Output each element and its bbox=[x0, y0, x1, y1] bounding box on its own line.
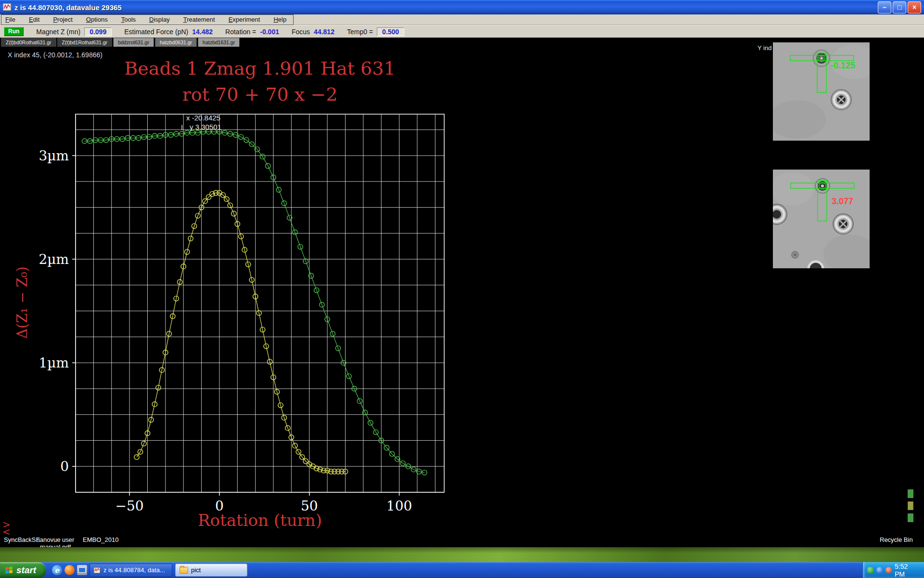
slider-block-top[interactable] bbox=[908, 489, 913, 498]
tray-shield-icon[interactable] bbox=[867, 567, 873, 573]
folder-icon bbox=[180, 567, 188, 574]
svg-text:y 3.30501: y 3.30501 bbox=[190, 123, 221, 131]
toolbar: Run Magnet Z (mn) 0.099 Estimated Force … bbox=[0, 25, 924, 38]
quicklaunch-show-desktop-icon[interactable] bbox=[77, 565, 87, 575]
maximize-button[interactable]: □ bbox=[893, 1, 906, 13]
desktop-screen: z is 44.807030, datavalue 29365 – □ × Fi… bbox=[0, 0, 924, 578]
bead1-z-value: 3.077 bbox=[832, 197, 853, 207]
rotation-value: -0.001 bbox=[260, 28, 279, 36]
rotation-field: Rotation = -0.001 bbox=[225, 28, 279, 36]
mini-scrollbar[interactable] bbox=[908, 489, 913, 531]
desktop-icon-recycle-bin[interactable]: Recycle Bin bbox=[880, 536, 913, 543]
menu-options[interactable]: Options bbox=[86, 16, 108, 23]
tab-bddzrot[interactable]: bddzrot631.gr bbox=[113, 38, 154, 47]
svg-text:1µm: 1µm bbox=[38, 355, 69, 371]
tab-ztbd0rothat[interactable]: Z(t)bd0Rothat631.gr bbox=[1, 38, 56, 47]
focus-value: 44.812 bbox=[314, 28, 334, 36]
tab-ztbd1rothat[interactable]: Z(t)bd1Rothat631.gr bbox=[57, 38, 113, 47]
bead-image-1[interactable]: 3.077 bbox=[773, 170, 870, 268]
svg-text:x -20.8425: x -20.8425 bbox=[186, 114, 220, 122]
slider-block-mid[interactable] bbox=[908, 501, 913, 510]
menu-bar: File Edit Project Options Tools Display … bbox=[0, 14, 924, 25]
taskbar-button-label: z is 44.808784, data... bbox=[103, 566, 165, 574]
run-button[interactable]: Run bbox=[4, 27, 24, 36]
start-label: start bbox=[16, 565, 36, 576]
tray-network-icon[interactable] bbox=[876, 567, 883, 573]
console-prompt[interactable]: > < bbox=[2, 521, 11, 536]
y-index-label: Y ind bbox=[757, 44, 771, 52]
menu-help[interactable]: Help bbox=[273, 16, 286, 23]
windows-flag-icon bbox=[5, 566, 13, 574]
menu-project[interactable]: Project bbox=[53, 16, 72, 23]
tray-status-icon[interactable] bbox=[886, 567, 892, 573]
temp0-value[interactable]: 0.500 bbox=[377, 27, 404, 36]
svg-text:0: 0 bbox=[60, 459, 69, 474]
temp0-label: Temp0 = bbox=[347, 28, 373, 36]
diffraction-bead bbox=[833, 214, 853, 234]
quicklaunch-firefox-icon[interactable] bbox=[64, 565, 75, 575]
app-icon bbox=[3, 3, 12, 12]
x-axis-label: Rotation (turn) bbox=[76, 511, 444, 530]
bead-image-0[interactable]: -0.125 bbox=[773, 42, 870, 141]
prompt-line-2: < bbox=[2, 528, 11, 536]
menu-treatement[interactable]: Treatement bbox=[183, 16, 215, 23]
menu-tools[interactable]: Tools bbox=[121, 16, 136, 23]
menu-file[interactable]: File bbox=[5, 16, 15, 23]
magnet-z-label: Magnet Z (mn) bbox=[36, 28, 80, 36]
bead0-z-value: -0.125 bbox=[831, 61, 855, 71]
slider-block-bottom[interactable] bbox=[908, 513, 913, 522]
tab-hatzbd1[interactable]: hatzbd1631.gr bbox=[198, 38, 240, 47]
estimated-force-field: Estimated Force (pN) 14.482 bbox=[124, 28, 213, 36]
diffraction-bead bbox=[831, 90, 851, 110]
taskbar-button-label: pict bbox=[191, 566, 201, 574]
titlebar[interactable]: z is 44.807030, datavalue 29365 – □ × bbox=[0, 0, 924, 14]
wallpaper-grass bbox=[0, 547, 924, 562]
plot-canvas[interactable]: −5005010001µm2µm3µmx -20.8425y 3.30501 bbox=[0, 47, 481, 533]
desktop-icon-embo2010[interactable]: EMBO_2010 bbox=[83, 536, 118, 543]
estimated-force-label: Estimated Force (pN) bbox=[124, 28, 188, 36]
taskbar-button-pict[interactable]: pict bbox=[175, 564, 247, 577]
app-icon bbox=[94, 567, 101, 574]
focus-field: Focus 44.812 bbox=[292, 28, 334, 36]
svg-text:3µm: 3µm bbox=[38, 148, 69, 164]
close-button[interactable]: × bbox=[908, 1, 921, 13]
minimize-button[interactable]: – bbox=[878, 1, 891, 13]
tray-clock[interactable]: 5:52 PM bbox=[895, 563, 920, 578]
menu-edit[interactable]: Edit bbox=[29, 16, 39, 23]
menu-experiment[interactable]: Experiment bbox=[229, 16, 260, 23]
estimated-force-value: 14.482 bbox=[192, 28, 213, 36]
temp0-field: Temp0 = 0.500 bbox=[347, 27, 404, 36]
tab-hatzbd0[interactable]: hatzbd0631.gr bbox=[155, 38, 197, 47]
menu-box: File Edit Project Options Tools Display … bbox=[1, 14, 294, 25]
start-button[interactable]: start bbox=[0, 562, 46, 578]
rotation-label: Rotation = bbox=[225, 28, 256, 36]
quicklaunch-ie-icon[interactable]: e bbox=[52, 565, 62, 575]
magnet-z-field: Magnet Z (mn) 0.099 bbox=[36, 27, 112, 36]
window-title: z is 44.807030, datavalue 29365 bbox=[14, 3, 122, 12]
magnet-z-value[interactable]: 0.099 bbox=[84, 27, 112, 36]
system-tray: 5:52 PM bbox=[862, 562, 924, 578]
taskbar: start e z is 44.808784, data... pict 5:5… bbox=[0, 562, 924, 578]
svg-text:2µm: 2µm bbox=[38, 251, 69, 267]
focus-label: Focus bbox=[292, 28, 310, 36]
taskbar-button-ztwindow[interactable]: z is 44.808784, data... bbox=[90, 564, 172, 577]
menu-display[interactable]: Display bbox=[149, 16, 170, 23]
